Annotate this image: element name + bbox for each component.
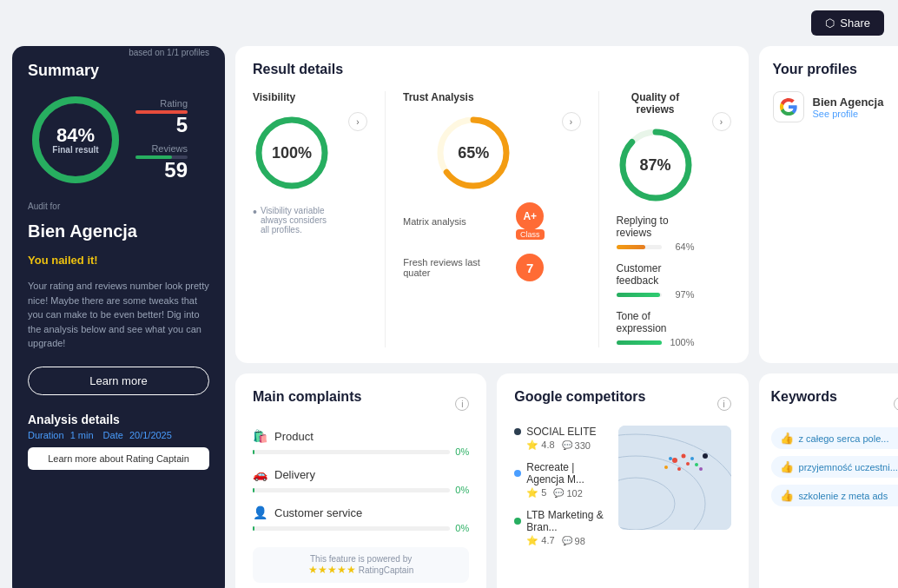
competitors-title-row: Google competitors i <box>514 389 730 419</box>
feedback-metric: Customer feedback 97% <box>617 262 695 300</box>
share-icon: ⬡ <box>825 17 835 30</box>
tone-bar-row: 100% <box>617 337 695 347</box>
keyword-tag-2: 👍 przyjemność uczestni... <box>771 456 898 478</box>
summary-header: Summary based on 1/1 profiles <box>28 62 209 80</box>
learn-more-button[interactable]: Learn more <box>28 367 209 395</box>
trust-label: Trust Analysis <box>403 91 474 103</box>
quality-label: Quality of reviews <box>617 91 695 116</box>
delivery-pct: 0% <box>455 485 469 495</box>
replying-metric: Replying to reviews 64% <box>617 215 695 252</box>
competitors-map <box>618 426 731 530</box>
powered-by: This feature is powered by ★★★★★ RatingC… <box>253 547 469 583</box>
complaints-info-icon[interactable]: i <box>455 397 469 411</box>
class-badge: Class <box>516 229 545 240</box>
learn-captain-button[interactable]: Learn more about Rating Captain <box>28 447 209 470</box>
final-result-donut: 84% Final result <box>28 92 123 188</box>
competitor-rating-1: ⭐ 4.8 <box>526 439 554 451</box>
complaints-title-row: Main complaints i <box>253 389 469 419</box>
fresh-label: Fresh reviews last quater <box>403 257 507 278</box>
matrix-row: Matrix analysis A+ Class <box>403 202 545 240</box>
replying-bar-row: 64% <box>617 241 695 252</box>
competitors-card: Google competitors i SOCIAL ELITE ⭐ 4.8 … <box>497 373 748 588</box>
analysis-title: Analysis details <box>28 413 209 426</box>
svg-point-14 <box>686 462 690 466</box>
complaint-product: 🛍️ Product 0% <box>253 429 469 457</box>
profile-item: Bien Agencja See profile <box>773 91 898 122</box>
analysis-meta: Duration 1 min Date 20/1/2025 <box>28 430 209 440</box>
competitor-name-2: Recreate | Agencja M... <box>526 461 607 486</box>
keywords-info-icon[interactable]: i <box>894 397 898 411</box>
feedback-label: Customer feedback <box>617 262 695 287</box>
keyword-tag-3: 👍 szkolenie z meta ads <box>771 485 898 506</box>
company-name: Bien Agencja <box>28 221 209 241</box>
competitor-rating-2: ⭐ 5 <box>526 487 546 499</box>
fresh-value: 7 <box>516 254 544 281</box>
final-percent: 84% <box>52 126 98 145</box>
duration-label: Duration <box>28 430 64 440</box>
competitors-list: SOCIAL ELITE ⭐ 4.8 💬 330 <box>514 426 607 546</box>
keyword-tag-1: 👍 z całego serca pole... <box>771 427 898 449</box>
svg-point-17 <box>690 457 694 460</box>
nailed-desc: Your rating and reviews number look pret… <box>28 279 209 351</box>
competitor-dot-1 <box>514 428 521 435</box>
complaints-title: Main complaints <box>253 389 361 405</box>
competitor-name-3: LTB Marketing & Bran... <box>526 509 607 533</box>
date-label: Date <box>103 430 123 440</box>
visibility-chevron[interactable]: › <box>348 112 367 131</box>
svg-point-15 <box>677 467 681 471</box>
competitor-reviews-1: 💬 330 <box>562 440 591 451</box>
keyword-tags: 👍 z całego serca pole... 👍 przyjemność u… <box>771 427 898 506</box>
quality-chevron[interactable]: › <box>712 112 731 131</box>
result-details-title: Result details <box>253 62 731 77</box>
svg-point-21 <box>699 467 703 471</box>
profile-info: Bien Agencja See profile <box>813 96 884 119</box>
svg-point-13 <box>681 454 685 459</box>
competitor-reviews-3: 💬 98 <box>562 536 585 546</box>
delivery-icon: 🚗 <box>253 467 267 481</box>
rating-label: Rating <box>160 98 188 109</box>
complaint-delivery: 🚗 Delivery 0% <box>253 467 469 495</box>
visibility-section: Visibility 100% • Visibility variable al… <box>253 91 331 235</box>
customer-label: Customer service <box>274 506 362 519</box>
visibility-value: 100% <box>272 144 312 162</box>
svg-point-18 <box>695 463 698 466</box>
trust-chevron[interactable]: › <box>562 112 581 131</box>
reviews-box: Reviews 59 <box>135 143 188 182</box>
see-profile-link[interactable]: See profile <box>813 109 884 119</box>
competitor-dot-2 <box>514 470 521 477</box>
based-on-text: based on 1/1 profiles <box>129 48 209 57</box>
fresh-reviews-row: Fresh reviews last quater 7 <box>403 254 544 281</box>
audit-for-label: Audit for <box>28 202 209 211</box>
feedback-pct: 97% <box>669 289 695 300</box>
divider-1 <box>385 91 386 347</box>
result-details-card: Result details Visibility 100% • Visibil… <box>235 46 749 363</box>
visibility-circle: 100% <box>253 114 331 192</box>
customer-pct: 0% <box>455 523 469 533</box>
product-label: Product <box>274 430 314 443</box>
tone-label: Tone of expression <box>617 310 695 334</box>
thumb-icon-3: 👍 <box>780 489 794 502</box>
rating-progress-area: 84% Final result Rating 5 Reviews 59 <box>28 92 209 188</box>
competitors-content: SOCIAL ELITE ⭐ 4.8 💬 330 <box>514 426 730 546</box>
complaint-customer-service: 👤 Customer service 0% <box>253 505 469 533</box>
trust-value: 65% <box>458 144 489 162</box>
competitors-title: Google competitors <box>514 389 645 405</box>
feedback-bar-row: 97% <box>617 289 695 300</box>
competitors-info-icon[interactable]: i <box>717 397 731 411</box>
matrix-badge: A+ <box>516 202 544 230</box>
date-value: 20/1/2025 <box>129 430 172 440</box>
complaints-card: Main complaints i 🛍️ Product 0% 🚗 Delive… <box>235 373 486 588</box>
share-button[interactable]: ⬡ Share <box>811 10 884 36</box>
quality-circle: 87% <box>617 126 695 204</box>
metrics-row: Visibility 100% • Visibility variable al… <box>253 91 731 347</box>
competitor-dot-3 <box>514 518 521 525</box>
trust-section: Trust Analysis 65% Matrix analysis A+ Cl… <box>403 91 545 281</box>
visibility-label: Visibility <box>253 91 295 103</box>
quality-section: Quality of reviews 87% Replying to revie… <box>617 91 695 347</box>
delivery-label: Delivery <box>274 468 315 481</box>
powered-logo: RatingCaptain <box>359 565 413 575</box>
product-bar <box>253 450 254 454</box>
powered-text: This feature is powered by <box>310 554 412 564</box>
keywords-card: Keywords i 👍 z całego serca pole... 👍 pr… <box>759 373 898 588</box>
svg-point-16 <box>669 457 672 460</box>
